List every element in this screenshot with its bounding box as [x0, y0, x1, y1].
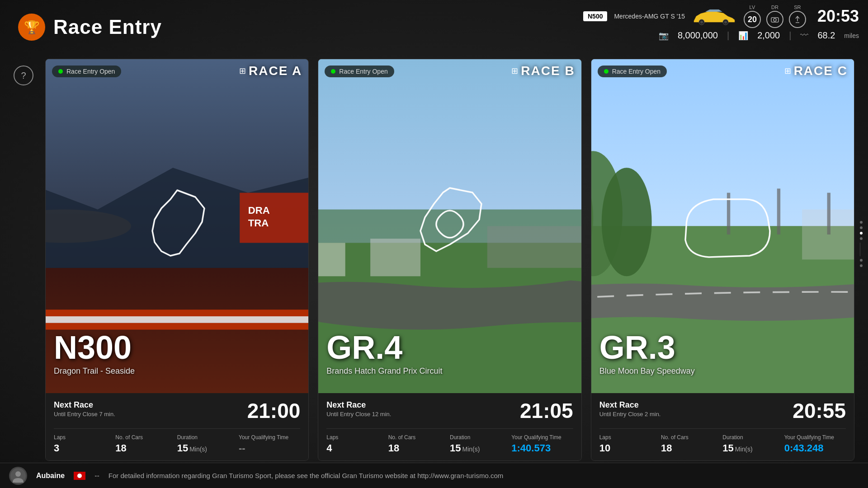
race-b-title: RACE B — [521, 64, 575, 78]
race-c-next-label: Next Race — [599, 400, 661, 410]
race-c-entry-close: Until Entry Close 2 min. — [599, 411, 661, 418]
race-a-qualify-val: -- — [239, 442, 300, 454]
race-card-c[interactable]: Race Entry Open ⊞ RACE C GR.3 Blue Moon … — [591, 59, 854, 461]
race-b-track — [405, 179, 495, 274]
mileage-value: 2,000 — [757, 30, 780, 41]
right-indicator — [860, 221, 863, 267]
svg-rect-21 — [487, 226, 581, 268]
race-a-time: 21:00 — [247, 400, 301, 421]
race-b-info: Next Race Until Entry Close 12 min. 21:0… — [318, 393, 581, 460]
race-a-next-label: Next Race — [54, 400, 115, 410]
race-c-track — [673, 186, 772, 267]
race-b-laps-label: Laps — [326, 434, 388, 441]
lv-value: 20 — [744, 11, 761, 28]
race-a-next-row: Next Race Until Entry Close 7 min. 21:00 — [54, 400, 300, 421]
race-a-qualify-label: Your Qualifying Time — [239, 434, 300, 441]
race-a-class: N300 — [54, 331, 132, 364]
race-a-entry-badge: Race Entry Open — [52, 66, 121, 77]
svg-point-5 — [774, 19, 776, 21]
ind-dot-6 — [860, 264, 863, 267]
race-b-qualify: Your Qualifying Time 1:40.573 — [511, 434, 573, 454]
race-b-next-label: Next Race — [326, 400, 391, 410]
race-b-cars-label: No. of Cars — [388, 434, 450, 441]
race-b-time: 21:05 — [520, 400, 573, 421]
dr-stat: DR — [766, 5, 783, 28]
race-b-qualify-val: 1:40.573 — [511, 442, 573, 454]
svg-rect-11 — [46, 316, 308, 323]
green-dot-a — [58, 69, 63, 74]
race-c-status: Race Entry Open — [612, 68, 660, 75]
race-c-title: RACE C — [794, 64, 848, 78]
race-a-circuit: Dragon Trail - Seaside — [54, 366, 135, 376]
svg-rect-10 — [46, 310, 308, 316]
lv-label: LV — [750, 5, 755, 10]
car-name: Mercedes-AMG GT S '15 — [614, 13, 684, 20]
race-c-duration: Duration 15Min(s) — [722, 434, 784, 454]
race-card-a[interactable]: DRA TRA Race Entry Open ⊞ RACE A N300 Dr… — [45, 59, 309, 461]
user-score: -- — [94, 472, 99, 480]
ind-dot-1 — [860, 221, 863, 224]
user-avatar — [9, 467, 27, 485]
race-b-next-row: Next Race Until Entry Close 12 min. 21:0… — [326, 400, 573, 421]
scroll-text: For detailed information regarding Gran … — [108, 472, 859, 479]
car-image — [692, 6, 737, 27]
race-b-duration-label: Duration — [450, 434, 511, 441]
race-a-laps: Laps 3 — [54, 434, 115, 454]
race-c-stats: Laps 10 No. of Cars 18 Duration 15Min(s)… — [599, 428, 846, 454]
race-c-laps: Laps 10 — [599, 434, 661, 454]
bottom-bar: Aubaine -- For detailed information rega… — [0, 463, 868, 488]
race-c-time: 20:55 — [793, 400, 846, 421]
hud-row2: 📷 8,000,000 | 📊 2,000 | 〰 68.2 miles — [659, 30, 859, 41]
sr-label: SR — [794, 5, 801, 10]
race-a-label: ⊞ RACE A — [239, 64, 302, 78]
race-c-duration-val: 15Min(s) — [722, 442, 784, 454]
race-b-entry-close: Until Entry Close 12 min. — [326, 411, 391, 418]
race-c-entry-badge: Race Entry Open — [598, 66, 667, 77]
dr-icon — [766, 11, 783, 28]
race-a-track — [137, 181, 218, 272]
race-c-cars-label: No. of Cars — [661, 434, 722, 441]
ind-dot-2 — [860, 226, 863, 229]
ind-dot-3 — [860, 232, 863, 235]
ind-dot-5 — [860, 259, 863, 262]
hud-row1: N500 Mercedes-AMG GT S '15 LV 20 DR — [583, 5, 859, 28]
race-b-cars-val: 18 — [388, 442, 450, 454]
credits-value: 8,000,000 — [678, 30, 718, 41]
race-a-laps-val: 3 — [54, 442, 115, 454]
svg-point-3 — [724, 21, 727, 23]
flag-icon — [74, 472, 85, 480]
race-card-b[interactable]: Race Entry Open ⊞ RACE B GR.4 Brands Hat… — [318, 59, 581, 461]
race-a-image-area: DRA TRA Race Entry Open ⊞ RACE A N300 Dr… — [46, 59, 308, 393]
race-a-icon: ⊞ — [239, 66, 246, 76]
race-a-title: RACE A — [249, 64, 302, 78]
car-class-badge: N500 — [583, 11, 607, 21]
odometer-value: 68.2 — [817, 30, 835, 41]
page-title: Race Entry — [53, 16, 162, 38]
race-c-info: Next Race Until Entry Close 2 min. 20:55… — [591, 393, 854, 460]
svg-rect-29 — [777, 188, 780, 235]
top-right-hud: N500 Mercedes-AMG GT S '15 LV 20 DR — [574, 0, 868, 45]
race-b-duration: Duration 15Min(s) — [450, 434, 511, 454]
ind-dot-4 — [860, 237, 863, 240]
svg-point-26 — [601, 168, 651, 276]
svg-rect-19 — [318, 243, 345, 276]
race-b-laps: Laps 4 — [326, 434, 388, 454]
race-a-duration-label: Duration — [177, 434, 239, 441]
race-b-label: ⊞ RACE B — [511, 64, 575, 78]
green-dot-c — [604, 69, 609, 74]
route-icon: 〰 — [800, 31, 808, 40]
race-c-cars: No. of Cars 18 — [661, 434, 722, 454]
race-b-qualify-label: Your Qualifying Time — [511, 434, 573, 441]
race-a-cars-val: 18 — [115, 442, 177, 454]
race-b-cars: No. of Cars 18 — [388, 434, 450, 454]
race-c-laps-label: Laps — [599, 434, 661, 441]
race-a-qualify: Your Qualifying Time -- — [239, 434, 300, 454]
help-button[interactable]: ? — [14, 66, 33, 85]
sr-icon — [789, 11, 806, 28]
race-a-cars: No. of Cars 18 — [115, 434, 177, 454]
race-a-entry-close: Until Entry Close 7 min. — [54, 411, 115, 418]
gauge-icon: 📊 — [738, 31, 748, 41]
camera-icon: 📷 — [659, 31, 669, 41]
race-b-icon: ⊞ — [511, 66, 518, 76]
race-b-image-area: Race Entry Open ⊞ RACE B GR.4 Brands Hat… — [318, 59, 581, 393]
